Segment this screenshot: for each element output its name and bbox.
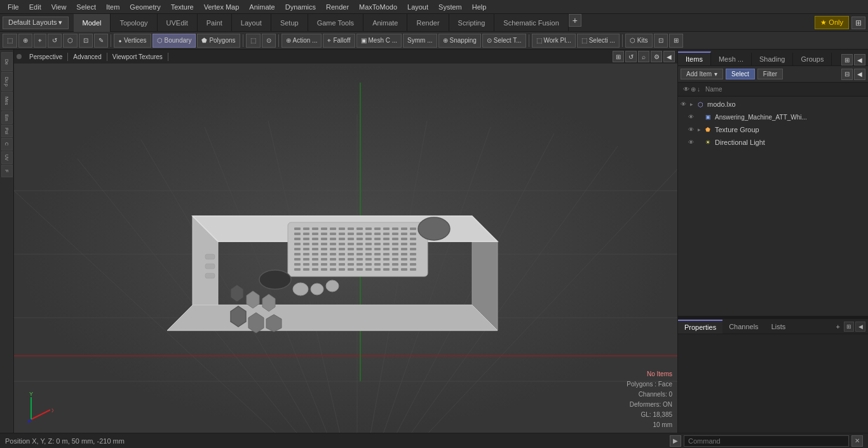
sidebar-tool-pol[interactable]: Pol: [1, 125, 13, 137]
tool-rotate[interactable]: ↺: [48, 34, 62, 48]
menu-file[interactable]: File: [3, 2, 24, 12]
add-layout-button[interactable]: +: [569, 14, 581, 27]
menu-system[interactable]: System: [433, 2, 467, 12]
tab-groups[interactable]: Groups: [793, 53, 832, 65]
tab-channels[interactable]: Channels: [722, 320, 764, 333]
menu-layout[interactable]: Layout: [402, 2, 433, 12]
eye-icon-mesh[interactable]: 👁: [688, 114, 694, 120]
sidebar-tool-de[interactable]: De: [1, 52, 13, 71]
layout-dropdown[interactable]: Default Layouts ▾: [3, 17, 69, 29]
viewport[interactable]: Perspective Advanced Viewport Textures ⊞…: [14, 50, 677, 433]
menu-animate[interactable]: Animate: [244, 2, 280, 12]
prop-icon-expand[interactable]: ⊞: [844, 322, 854, 332]
tab-uvedit[interactable]: UVEdit: [158, 14, 198, 32]
tool-boundary[interactable]: ⬡ Boundary: [153, 34, 196, 48]
toggle-modo-lxo[interactable]: ▸: [688, 100, 695, 108]
menu-geometry[interactable]: Geometry: [125, 2, 165, 12]
sidebar-tool-f[interactable]: F: [1, 165, 13, 177]
tool-lasso[interactable]: ⊕: [18, 34, 32, 48]
viewport-textures[interactable]: Viewport Textures: [107, 53, 168, 61]
viewport-icon-settings[interactable]: ⚙: [651, 51, 662, 62]
eye-icon-1[interactable]: 👁: [681, 101, 686, 107]
tree-item-mesh[interactable]: 👁 ▣ Answering_Machine_ATT_Whi...: [678, 111, 868, 123]
panel-expand-icon[interactable]: ⊞: [841, 54, 853, 65]
menu-texture[interactable]: Texture: [166, 2, 199, 12]
prop-tab-add[interactable]: +: [832, 320, 844, 333]
viewport-icon-search[interactable]: ⌕: [638, 51, 649, 62]
tool-origin[interactable]: ⌖: [34, 34, 46, 48]
panel-collapse-icon[interactable]: ◀: [854, 54, 865, 65]
tab-topology[interactable]: Topology: [111, 14, 157, 32]
tool-icon2[interactable]: ⊞: [669, 34, 683, 48]
tool-polygons[interactable]: ⬟ Polygons: [197, 34, 240, 48]
tool-icon1[interactable]: ⊡: [654, 34, 668, 48]
command-clear-icon[interactable]: ✕: [851, 435, 863, 447]
tool-symm[interactable]: Symm ...: [403, 34, 437, 48]
menu-help[interactable]: Help: [467, 2, 492, 12]
sidebar-tool-mesh[interactable]: Mes: [1, 92, 13, 111]
tab-game-tools[interactable]: Game Tools: [308, 14, 364, 32]
panel-tb-icon2[interactable]: ◀: [854, 69, 865, 80]
tab-render[interactable]: Render: [407, 14, 449, 32]
tool-select-box[interactable]: ⬚: [3, 34, 17, 48]
tool-select-t[interactable]: ⊙ Select T...: [482, 34, 526, 48]
sidebar-tool-em[interactable]: Em: [1, 111, 13, 124]
eye-icon-light[interactable]: 👁: [688, 139, 694, 146]
tool-pen[interactable]: ✎: [94, 34, 108, 48]
tab-schematic-fusion[interactable]: Schematic Fusion: [494, 14, 568, 32]
menu-render[interactable]: Render: [321, 2, 354, 12]
tab-paint[interactable]: Paint: [198, 14, 232, 32]
tab-setup[interactable]: Setup: [271, 14, 308, 32]
menu-vertex-map[interactable]: Vertex Map: [199, 2, 245, 12]
sidebar-tool-c[interactable]: C: [1, 138, 13, 151]
maximize-button[interactable]: ⊞: [851, 17, 865, 29]
viewport-perspective[interactable]: Perspective: [24, 53, 68, 61]
viewport-icon-expand[interactable]: ⊞: [613, 51, 624, 62]
star-only-button[interactable]: ★ Only: [815, 16, 849, 29]
tool-vertices[interactable]: ⬥ Vertices: [114, 34, 151, 48]
tree-item-texture-group[interactable]: 👁 ▸ ⬟ Texture Group: [678, 123, 868, 136]
tab-properties[interactable]: Properties: [678, 320, 722, 334]
tab-mesh[interactable]: Mesh ...: [711, 53, 752, 65]
sidebar-tool-dup[interactable]: Du p: [1, 72, 13, 91]
panel-tb-icon1[interactable]: ⊟: [841, 69, 853, 80]
tree-item-modo-lxo[interactable]: 👁 ▸ ⬡ modo.lxo: [678, 98, 868, 111]
tab-layout[interactable]: Layout: [232, 14, 271, 32]
filter-button[interactable]: Filter: [757, 69, 783, 79]
prop-icon-collapse[interactable]: ◀: [855, 322, 865, 332]
tool-falloff[interactable]: ⌖ Falloff: [323, 34, 355, 48]
menu-view[interactable]: View: [46, 2, 72, 12]
tab-shading[interactable]: Shading: [752, 53, 793, 65]
tool-toggle2[interactable]: ⊙: [262, 34, 276, 48]
tool-action[interactable]: ⊕ Action ...: [281, 34, 322, 48]
select-button[interactable]: Select: [726, 69, 755, 79]
tab-animate[interactable]: Animate: [363, 14, 407, 32]
viewport-icon-refresh[interactable]: ↺: [625, 51, 637, 62]
tab-items[interactable]: Items: [678, 51, 711, 65]
tree-item-light[interactable]: 👁 ☀ Directional Light: [678, 136, 868, 149]
tab-scripting[interactable]: Scripting: [449, 14, 495, 32]
viewport-3d[interactable]: No Items Polygons : Face Channels: 0 Def…: [14, 64, 677, 433]
toggle-texture[interactable]: ▸: [695, 126, 703, 133]
tool-scale[interactable]: ⬡: [63, 34, 78, 48]
tool-selecti[interactable]: ⬚ Selecti ...: [577, 34, 620, 48]
tool-mesh-c[interactable]: ▣ Mesh C ...: [356, 34, 402, 48]
add-item-button[interactable]: Add Item ▾: [681, 69, 723, 79]
menu-maxtomodo[interactable]: MaxToModo: [354, 2, 402, 12]
menu-item[interactable]: Item: [101, 2, 125, 12]
sidebar-tool-uv[interactable]: UV: [1, 151, 13, 164]
tool-work-plane[interactable]: ⬚ Work Pl...: [532, 34, 576, 48]
viewport-icon-collapse[interactable]: ◀: [663, 51, 675, 62]
tool-kits[interactable]: ⬡ Kits: [625, 34, 653, 48]
command-arrow-icon[interactable]: ▶: [670, 435, 681, 447]
menu-select[interactable]: Select: [71, 2, 101, 12]
tool-mirror[interactable]: ⊡: [79, 34, 93, 48]
command-input[interactable]: [684, 435, 849, 447]
tab-lists[interactable]: Lists: [765, 320, 792, 333]
tool-snapping[interactable]: ⊕ Snapping: [438, 34, 481, 48]
menu-dynamics[interactable]: Dynamics: [280, 2, 321, 12]
tab-model[interactable]: Model: [74, 14, 111, 32]
menu-edit[interactable]: Edit: [24, 2, 46, 12]
tool-toggle1[interactable]: ⬚: [246, 34, 261, 48]
eye-icon-texture[interactable]: 👁: [688, 126, 694, 133]
